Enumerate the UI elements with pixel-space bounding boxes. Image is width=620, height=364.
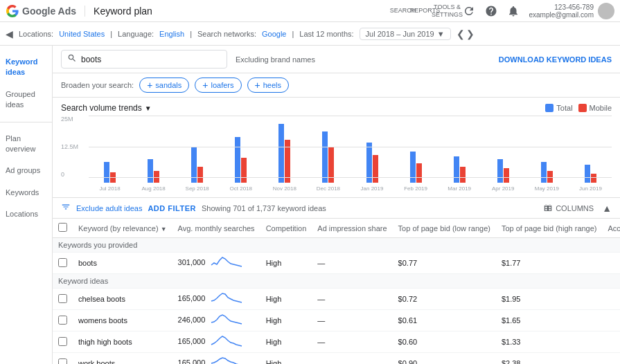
row-bid-high: $2.38 (496, 353, 603, 365)
section-label-provided: Keywords you provided (53, 238, 620, 253)
row-keyword: chelsea boots (73, 289, 172, 310)
exclude-adult-ideas-link[interactable]: Exclude adult ideas (76, 204, 142, 212)
sidebar-item-plan-overview[interactable]: Plan overview (0, 128, 52, 161)
month-label: May 2019 (535, 185, 559, 192)
language-value[interactable]: English (159, 30, 184, 38)
refresh-icon[interactable] (462, 4, 476, 18)
google-ads-label: Google Ads (22, 6, 76, 17)
page-title: Keyword plan (85, 6, 152, 17)
chart-title[interactable]: Search volume trends ▼ (61, 103, 152, 113)
legend-dot-mobile (578, 104, 587, 112)
chart-section: Search volume trends ▼ Total Mobile (53, 98, 620, 198)
row-account-status (603, 310, 620, 331)
bar-mobile (110, 172, 116, 183)
sidebar-item-locations[interactable]: Locations (0, 203, 52, 225)
section-label-ideas: Keyword ideas (53, 274, 620, 289)
bar-total (104, 162, 109, 183)
bar-mobile (285, 140, 290, 183)
row-keyword: work boots (73, 353, 172, 365)
row-imp-share: — (312, 353, 392, 365)
plus-icon: + (255, 80, 260, 91)
bars (148, 124, 159, 183)
search-icon[interactable]: SEARCH (396, 4, 409, 18)
chart-month-group: May 2019 (526, 124, 568, 192)
chip-label-loafers: loafers (211, 81, 233, 89)
row-checkbox[interactable] (58, 258, 67, 267)
th-ad-impression[interactable]: Ad impression share (312, 219, 392, 238)
nav-back-arrow[interactable]: ◀ (6, 28, 13, 39)
row-checkbox[interactable] (58, 294, 67, 303)
chart-month-group: Apr 2019 (482, 124, 524, 192)
th-select-all[interactable] (53, 219, 73, 238)
th-keyword[interactable]: Keyword (by relevance) ▼ (73, 219, 172, 238)
network-label: Search networks: (197, 30, 256, 38)
sidebar-item-keywords[interactable]: Keywords (0, 182, 52, 203)
bars (497, 124, 509, 183)
row-bid-low: $0.90 (393, 353, 496, 365)
row-avg: 165,000 (172, 289, 260, 310)
download-keyword-ideas-link[interactable]: DOWNLOAD KEYWORD IDEAS (499, 55, 612, 64)
row-imp-share: — (312, 331, 392, 353)
month-label: Feb 2019 (404, 185, 427, 192)
broaden-search-bar: Broaden your search: + sandals + loafers… (53, 73, 620, 98)
th-account-status[interactable]: Account status (603, 219, 620, 238)
add-filter-button[interactable]: ADD FILTER (148, 204, 196, 212)
select-all-checkbox[interactable] (58, 223, 67, 232)
chart-month-group: Aug 2018 (132, 124, 175, 192)
columns-button[interactable]: COLUMNS (543, 203, 594, 213)
bar-total (454, 156, 459, 183)
legend-label-total: Total (556, 104, 572, 112)
table-row: boots 301,000 High — $0.77 $1.77 (53, 253, 620, 274)
legend-total: Total (545, 104, 572, 112)
sparkline-chart (210, 257, 243, 269)
row-checkbox[interactable] (58, 358, 67, 365)
date-next-icon[interactable]: ❯ (466, 28, 475, 39)
month-label: Mar 2019 (448, 185, 471, 192)
date-range-selector[interactable]: Jul 2018 – Jun 2019 ▼ (360, 28, 451, 40)
collapse-chart-button[interactable]: ▲ (602, 203, 612, 214)
broaden-chip-heels[interactable]: + heels (247, 78, 289, 93)
help-icon[interactable] (484, 4, 498, 18)
th-bid-low[interactable]: Top of page bid (low range) (393, 219, 496, 238)
sort-arrow-icon: ▼ (161, 226, 167, 233)
bars (104, 124, 116, 183)
row-account-status (603, 253, 620, 274)
row-checkbox[interactable] (58, 337, 67, 346)
table-row: womens boots 246,000 High — $0.61 $1.65 (53, 310, 620, 331)
th-bid-high[interactable]: Top of page bid (high range) (496, 219, 603, 238)
locations-value[interactable]: United States (59, 30, 105, 38)
chart-legend: Total Mobile (545, 104, 612, 112)
table-header-row: Keyword (by relevance) ▼ Avg. monthly se… (53, 219, 620, 238)
date-prev-icon[interactable]: ❮ (457, 28, 465, 39)
sidebar-item-grouped-ideas[interactable]: Grouped ideas (0, 84, 52, 116)
network-value[interactable]: Google (262, 30, 286, 38)
row-competition: High (260, 289, 312, 310)
locations-label: Locations: (19, 30, 53, 38)
sidebar-item-ad-groups[interactable]: Ad groups (0, 160, 52, 181)
broaden-chip-sandals[interactable]: + sandals (139, 78, 189, 93)
broaden-chip-loafers[interactable]: + loafers (195, 78, 241, 93)
main-layout: Keyword ideas Grouped ideas Plan overvie… (0, 46, 620, 364)
notifications-icon[interactable] (506, 4, 520, 18)
row-account-status (603, 353, 620, 365)
bar-total (541, 162, 547, 183)
y-label-12-5m: 12.5M (61, 143, 86, 150)
row-keyword: boots (73, 253, 172, 274)
sparkline-chart (210, 357, 243, 364)
row-checkbox[interactable] (58, 316, 67, 325)
bars (278, 124, 290, 183)
row-keyword: thigh high boots (73, 331, 172, 353)
bar-total (235, 137, 240, 183)
row-competition: High (260, 310, 312, 331)
excluding-label: Excluding brand names (236, 55, 315, 64)
reports-icon[interactable]: REPORTS (418, 4, 432, 18)
th-competition[interactable]: Competition (260, 219, 312, 238)
th-avg-monthly[interactable]: Avg. monthly searches (172, 219, 260, 238)
tools-settings-icon[interactable]: TOOLS & SETTINGS (440, 4, 454, 18)
keyword-search-input[interactable] (81, 55, 206, 64)
row-account-status (603, 331, 620, 353)
chart-month-group: Mar 2019 (439, 124, 481, 192)
chart-title-text: Search volume trends (61, 103, 142, 113)
date-range-value: Jul 2018 – Jun 2019 (366, 30, 434, 38)
sidebar-item-keyword-ideas[interactable]: Keyword ideas (0, 51, 52, 84)
